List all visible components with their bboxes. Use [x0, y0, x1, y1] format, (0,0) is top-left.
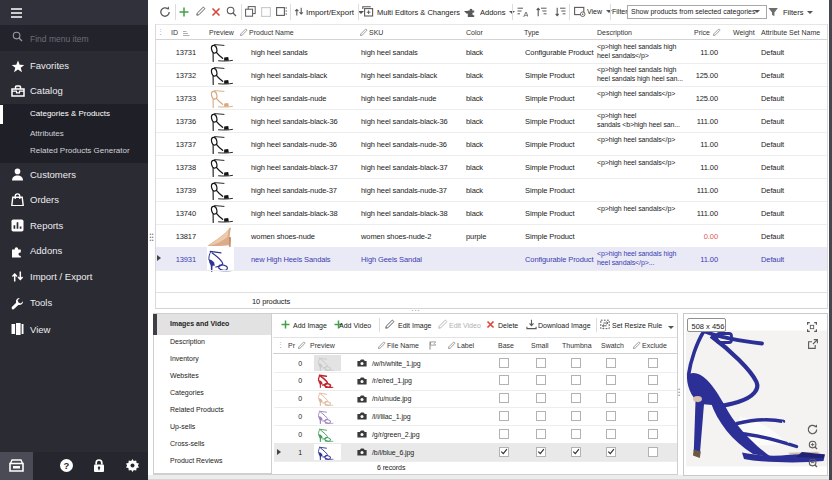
- svg-text:A: A: [523, 10, 528, 17]
- svg-text:?: ?: [64, 460, 70, 471]
